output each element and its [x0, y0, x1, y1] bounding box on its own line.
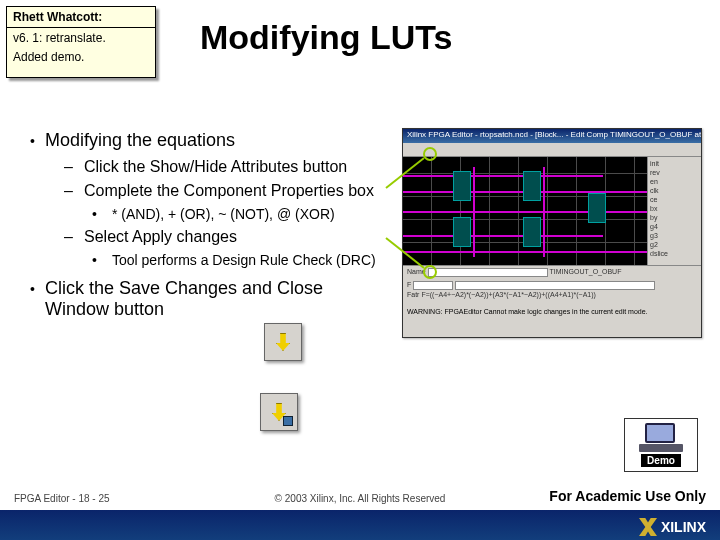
footer-right: For Academic Use Only: [549, 488, 706, 504]
side-label: g3: [650, 231, 699, 240]
dot-icon: •: [92, 252, 102, 268]
wire: [543, 167, 545, 257]
slide-root: Rhett Whatcott: v6. 1: retranslate. Adde…: [0, 0, 720, 540]
side-label: dslice: [650, 249, 699, 258]
logic-block: [453, 171, 471, 201]
dot-icon: •: [92, 206, 102, 222]
screenshot-canvas: init rev en clk ce bx by g4 g3 g2 dslice: [403, 157, 701, 265]
f-expression-text: Fatr F=((~A4+~A2)*(~A2))+(A3*(~A1*~A2))+…: [407, 291, 697, 298]
slide-title: Modifying LUTs: [200, 18, 452, 57]
subpoint-show-hide: Click the Show/Hide Attributes button: [84, 158, 347, 176]
logic-block: [523, 171, 541, 201]
arrow-down-icon: [276, 333, 290, 351]
comment-line-1: v6. 1: retranslate.: [13, 31, 149, 46]
signal-side-panel: init rev en clk ce bx by g4 g3 g2 dslice: [647, 157, 701, 265]
side-label: by: [650, 213, 699, 222]
logic-block: [453, 217, 471, 247]
callout-arrow-1: [380, 146, 440, 196]
dash-icon: –: [64, 182, 74, 200]
side-label: g4: [650, 222, 699, 231]
svg-point-2: [424, 266, 436, 278]
comment-body: v6. 1: retranslate. Added demo.: [7, 28, 155, 77]
bullet-modifying-equations: Modifying the equations: [45, 130, 235, 152]
subpoint-component-props: Complete the Component Properties box: [84, 182, 374, 200]
disk-icon: [283, 416, 293, 426]
side-label: init: [650, 159, 699, 168]
demo-label: Demo: [641, 454, 681, 467]
dash-icon: –: [64, 158, 74, 176]
laptop-icon: [639, 423, 683, 452]
name-field-value: TIMINGOUT_O_OBUF: [549, 268, 621, 275]
save-close-button[interactable]: [260, 393, 298, 431]
side-label: rev: [650, 168, 699, 177]
dash-icon: –: [64, 228, 74, 246]
demo-launcher[interactable]: Demo: [624, 418, 698, 472]
side-label: en: [650, 177, 699, 186]
screenshot-titlebar: Xilinx FPGA Editor - rtopsatch.ncd - [Bl…: [403, 129, 701, 143]
side-label: g2: [650, 240, 699, 249]
fattr-field[interactable]: [413, 281, 453, 290]
review-comment: Rhett Whatcott: v6. 1: retranslate. Adde…: [6, 6, 156, 78]
subsub-drc: Tool performs a Design Rule Check (DRC): [112, 252, 376, 268]
bullet-icon: •: [30, 278, 35, 320]
wire: [473, 167, 475, 257]
apply-changes-button[interactable]: [264, 323, 302, 361]
logo-text: XILINX: [661, 519, 706, 535]
comment-line-2: Added demo.: [13, 50, 149, 65]
subsub-operators: * (AND), + (OR), ~ (NOT), @ (XOR): [112, 206, 335, 222]
side-label: ce: [650, 195, 699, 204]
logic-block: [588, 193, 606, 223]
warning-line: WARNING: FPGAEditor Cannot make logic ch…: [407, 308, 697, 315]
fexpr-field[interactable]: [455, 281, 655, 290]
slide-body: • Modifying the equations –Click the Sho…: [30, 130, 380, 330]
fpga-editor-screenshot: Xilinx FPGA Editor - rtopsatch.ncd - [Bl…: [402, 128, 702, 338]
callout-arrow-2: [380, 230, 440, 280]
svg-marker-4: [639, 518, 657, 536]
screenshot-toolbar: [403, 143, 701, 157]
xilinx-logo: XILINX: [639, 518, 706, 536]
comment-author: Rhett Whatcott:: [7, 7, 155, 28]
prop-label-f: F: [407, 281, 411, 288]
subpoint-apply: Select Apply changes: [84, 228, 237, 246]
name-field[interactable]: [428, 268, 548, 277]
wire: [403, 211, 649, 213]
side-label: clk: [650, 186, 699, 195]
logic-block: [523, 217, 541, 247]
bullet-save-close: Click the Save Changes and Close Window …: [45, 278, 380, 320]
screenshot-properties-panel: Name TIMINGOUT_O_OBUF F Fatr F=((~A4+~A2…: [403, 265, 701, 337]
side-label: bx: [650, 204, 699, 213]
svg-point-0: [424, 148, 436, 160]
x-icon: [639, 518, 657, 536]
bottom-bar: XILINX: [0, 510, 720, 540]
svg-line-3: [386, 238, 424, 268]
bullet-icon: •: [30, 130, 35, 152]
svg-line-1: [386, 158, 424, 188]
